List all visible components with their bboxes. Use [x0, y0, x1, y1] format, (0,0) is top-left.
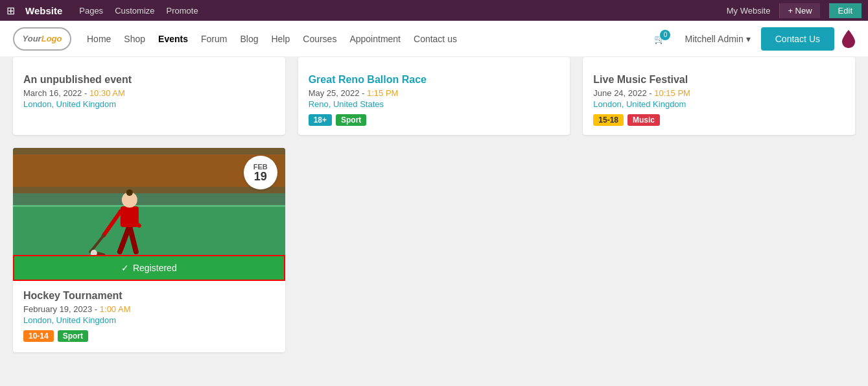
event-day: 19	[254, 171, 267, 182]
customize-nav[interactable]: Customize	[115, 6, 154, 16]
event-image-container: FEB 19	[13, 148, 285, 255]
empty-col-2	[298, 148, 570, 352]
event-date-1: March 16, 2022 - 10:30 AM	[23, 88, 275, 98]
menu-appointment[interactable]: Appointment	[349, 34, 401, 44]
event-card-hockey[interactable]: FEB 19 ✓ Registered Hockey Tournament Fe…	[13, 148, 285, 352]
hockey-event-tags: 10-14 Sport	[23, 330, 275, 342]
admin-user-menu[interactable]: Mitchell Admin ▾	[685, 34, 750, 44]
registered-label: Registered	[133, 263, 177, 273]
tag-sport-hockey: Sport	[58, 330, 88, 342]
menu-courses[interactable]: Courses	[303, 34, 336, 44]
event-date-3: June 24, 2022 - 10:15 PM	[593, 88, 845, 98]
menu-home[interactable]: Home	[87, 34, 111, 44]
site-menu: Home Shop Events Forum Blog Help Courses…	[87, 34, 645, 44]
tag-sport-reno: Sport	[336, 114, 366, 126]
promote-nav[interactable]: Promote	[167, 6, 198, 16]
grid-icon[interactable]: ⊞	[6, 5, 15, 17]
registered-bar[interactable]: ✓ Registered	[13, 255, 285, 281]
event-card-reno[interactable]: Great Reno Ballon Race May 25, 2022 - 1:…	[298, 57, 570, 135]
contact-us-button[interactable]: Contact Us	[761, 27, 834, 51]
event-date-2: May 25, 2022 - 1:15 PM	[309, 88, 560, 98]
new-button[interactable]: + New	[779, 3, 819, 18]
tag-1518: 15-18	[593, 114, 624, 126]
event-image	[13, 148, 285, 255]
site-nav: YourLogo Home Shop Events Forum Blog Hel…	[0, 21, 868, 57]
admin-nav: Pages Customize Promote	[79, 6, 198, 16]
svg-point-9	[126, 189, 133, 196]
event-location-2: Reno, United States	[309, 99, 560, 109]
tag-music: Music	[628, 114, 660, 126]
menu-contact[interactable]: Contact us	[414, 34, 457, 44]
menu-events[interactable]: Events	[158, 34, 188, 44]
empty-col-3	[583, 148, 855, 352]
hockey-event-date: February 19, 2023 - 1:00 AM	[23, 304, 275, 314]
main-content: An unpublished event March 16, 2022 - 10…	[0, 57, 868, 386]
event-title-1: An unpublished event	[23, 74, 275, 86]
event-title-2: Great Reno Ballon Race	[309, 74, 560, 86]
date-circle: FEB 19	[244, 156, 277, 189]
cart-badge: 0	[660, 30, 670, 40]
menu-blog[interactable]: Blog	[240, 34, 258, 44]
theme-color-icon[interactable]	[842, 30, 855, 48]
svg-rect-4	[13, 205, 285, 207]
tag-1014: 10-14	[23, 330, 54, 342]
event-title-3: Live Music Festival	[593, 74, 845, 86]
check-icon: ✓	[121, 263, 129, 273]
site-title: Website	[25, 5, 62, 16]
event-card-music[interactable]: Live Music Festival June 24, 2022 - 10:1…	[583, 57, 855, 135]
hockey-event-title: Hockey Tournament	[23, 290, 275, 302]
menu-help[interactable]: Help	[271, 34, 290, 44]
logo[interactable]: YourLogo	[13, 27, 71, 51]
admin-right: My Website + New Edit	[727, 3, 862, 18]
pages-nav[interactable]: Pages	[79, 6, 103, 16]
admin-user-label: Mitchell Admin	[685, 34, 743, 44]
event-tags-2: 18+ Sport	[309, 114, 560, 126]
event-card-unpublished[interactable]: An unpublished event March 16, 2022 - 10…	[13, 57, 285, 135]
hockey-scene-svg	[13, 148, 285, 255]
svg-rect-3	[13, 206, 285, 255]
hockey-event-location: London, United Kingdom	[23, 315, 275, 325]
event-location-3: London, United Kingdom	[593, 99, 845, 109]
partial-cards-row: An unpublished event March 16, 2022 - 10…	[13, 57, 855, 135]
edit-button[interactable]: Edit	[829, 3, 862, 18]
menu-forum[interactable]: Forum	[201, 34, 227, 44]
tag-18plus: 18+	[309, 114, 332, 126]
my-website-button[interactable]: My Website	[727, 6, 771, 16]
cart-icon[interactable]: 🛒 0	[654, 34, 665, 44]
admin-bar: ⊞ Website Pages Customize Promote My Web…	[0, 0, 868, 21]
event-location-1: London, United Kingdom	[23, 99, 275, 109]
event-card-bottom: Hockey Tournament February 19, 2023 - 1:…	[13, 281, 285, 352]
chevron-down-icon: ▾	[746, 34, 751, 44]
event-tags-3: 15-18 Music	[593, 114, 845, 126]
menu-shop[interactable]: Shop	[124, 34, 145, 44]
